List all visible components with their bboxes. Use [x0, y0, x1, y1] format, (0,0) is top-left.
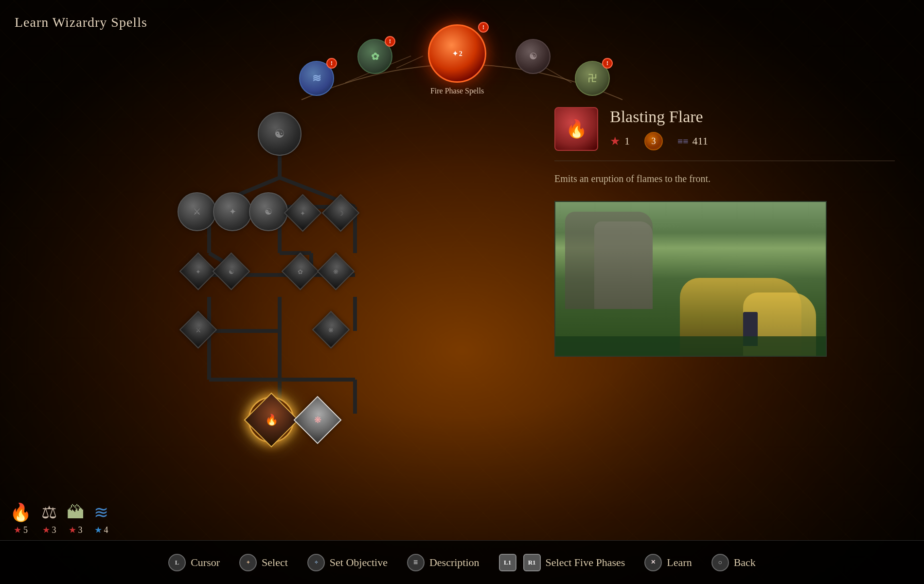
water-star-icon: ★	[94, 525, 102, 535]
phase-stat-water: ≋ ★ 4	[94, 502, 108, 535]
set-objective-button-icon: ✧	[307, 554, 325, 571]
bottom-phase-stats: 🔥 ★ 5 ⚖ ★ 3 🏔 ★ 3 ≋ ★ 4	[10, 502, 108, 535]
bottom-bar: L Cursor ✦ Select ✧ Set Objective ☰ Desc…	[0, 540, 924, 584]
spell-level: ★ 1	[610, 134, 630, 148]
spell-icon: 🔥	[554, 107, 598, 151]
phase-orb-wind[interactable]: ! ✿	[357, 39, 392, 74]
cursor-button-icon: L	[168, 554, 186, 571]
spell-info: Blasting Flare ★ 1 3 ≡≡ 411	[610, 108, 708, 150]
skill-node-row2-dia1[interactable]: ✦	[289, 200, 316, 226]
phase-orb-shadow[interactable]: ☯	[515, 39, 551, 74]
description-button-icon: ☰	[407, 554, 425, 571]
right-panel: 🔥 Blasting Flare ★ 1 3 ≡≡ 411	[554, 107, 895, 357]
fire-phase-icon: 🔥	[10, 502, 32, 523]
phase-stat-balance: ⚖ ★ 3	[41, 502, 57, 535]
spell-name: Blasting Flare	[610, 108, 708, 126]
phase-orb-fire[interactable]: ! ✦ 2 Fire Phase Spells	[428, 24, 486, 95]
learn-button-label: Learn	[667, 556, 692, 569]
select-phases-button-label: Select Five Phases	[546, 556, 625, 569]
phase-alert-fire: !	[478, 22, 489, 33]
phase-arc: ! ≋ ! ✿ ! ✦ 2 Fire Phase Spells ☯ ! 卍	[272, 19, 652, 107]
cursor-button-label: Cursor	[191, 556, 220, 569]
skill-node-row4-2[interactable]: ❋	[318, 316, 344, 343]
skill-node-row3-2[interactable]: ☯	[218, 258, 245, 285]
svg-line-1	[396, 56, 423, 68]
skill-node-row2-mid2[interactable]: ☯	[249, 192, 288, 231]
skill-node-top[interactable]: ☯	[258, 112, 302, 156]
phase-orb-earth[interactable]: ! 卍	[575, 61, 610, 96]
skill-node-row2-dia2[interactable]: ☽	[327, 200, 354, 226]
action-select[interactable]: ✦ Select	[239, 554, 288, 571]
learn-button-icon: ✕	[644, 554, 662, 571]
action-description[interactable]: ☰ Description	[407, 554, 480, 571]
skill-node-highlighted[interactable]: ❋	[299, 402, 336, 438]
action-select-phases[interactable]: L1 R1 Select Five Phases	[499, 554, 625, 571]
spell-currency: ≡≡ 411	[677, 135, 708, 147]
skill-node-row2-left[interactable]: ⚔	[178, 192, 216, 231]
action-set-objective[interactable]: ✧ Set Objective	[307, 554, 388, 571]
back-button-icon: ○	[711, 554, 729, 571]
balance-star-icon: ★	[42, 525, 50, 535]
spell-cost: 3	[644, 132, 663, 150]
fire-star-icon: ★	[14, 525, 21, 535]
skill-node-row4-1[interactable]: ⚔	[185, 316, 212, 343]
balance-phase-score: ★ 3	[42, 525, 56, 535]
select-button-icon: ✦	[239, 554, 257, 571]
fire-phase-score: ★ 5	[14, 525, 28, 535]
skill-node-selected-glow: 🔥	[250, 399, 292, 440]
phase-orb-water[interactable]: ! ≋	[299, 61, 334, 96]
skill-node-row2-mid1[interactable]: ✦	[213, 192, 252, 231]
skill-node-row3-1[interactable]: ✦	[185, 258, 212, 285]
phase-fire-label: Fire Phase Spells	[430, 87, 484, 95]
spell-description: Emits an eruption of flames to the front…	[554, 171, 895, 186]
spell-preview-image	[554, 201, 827, 357]
earth-phase-icon: 🏔	[67, 502, 84, 523]
r1-button-icon: R1	[523, 554, 541, 571]
action-learn[interactable]: ✕ Learn	[644, 554, 692, 571]
phase-alert-wind: !	[385, 36, 395, 47]
spell-header: 🔥 Blasting Flare ★ 1 3 ≡≡ 411	[554, 107, 895, 151]
description-button-label: Description	[429, 556, 480, 569]
set-objective-button-label: Set Objective	[330, 556, 388, 569]
l1-button-icon: L1	[499, 554, 516, 571]
water-phase-score: ★ 4	[94, 525, 108, 535]
select-button-label: Select	[262, 556, 288, 569]
action-back[interactable]: ○ Back	[711, 554, 756, 571]
page-title: Learn Wizardry Spells	[15, 15, 147, 30]
spell-stats: ★ 1 3 ≡≡ 411	[610, 132, 708, 150]
skill-tree: ☯ ⚔ ✦ ☯ ✦ ☽ ✦ ☯	[97, 97, 462, 438]
phase-alert-water: !	[326, 58, 337, 69]
water-phase-icon: ≋	[94, 502, 108, 523]
star-icon: ★	[610, 134, 621, 148]
phase-alert-earth: !	[602, 58, 613, 69]
back-button-label: Back	[734, 556, 756, 569]
skill-node-row3-3[interactable]: ✿	[287, 258, 314, 285]
spell-divider	[554, 161, 895, 161]
phase-stat-earth: 🏔 ★ 3	[67, 502, 84, 535]
phase-stat-fire: 🔥 ★ 5	[10, 502, 32, 535]
earth-phase-score: ★ 3	[69, 525, 83, 535]
skill-node-row3-4[interactable]: ❋	[322, 258, 349, 285]
currency-icon: ≡≡	[677, 136, 689, 147]
balance-phase-icon: ⚖	[41, 502, 57, 523]
action-cursor[interactable]: L Cursor	[168, 554, 220, 571]
cost-orb: 3	[644, 132, 663, 150]
earth-star-icon: ★	[69, 525, 76, 535]
